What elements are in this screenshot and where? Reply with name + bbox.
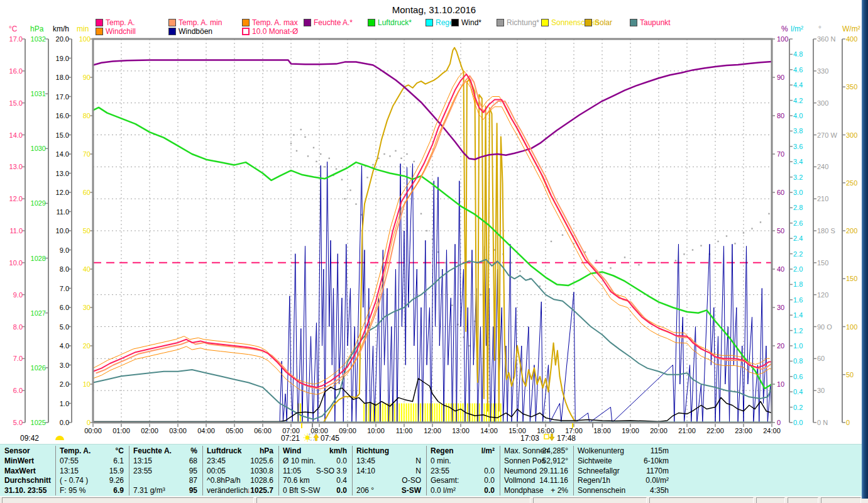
axis-label: 2.4 (793, 235, 803, 242)
table-cell-value: 14.11.16 (539, 475, 568, 485)
axis-label: 16.0 (9, 67, 23, 75)
axis-label: 0.8 (793, 357, 803, 365)
table-cell-value: 95 (189, 466, 197, 476)
axis-label: 5.0 (60, 323, 69, 331)
table-row: Max. Sonnen24,285° (500, 446, 573, 456)
axis-label: l/m² (791, 25, 803, 33)
table-row: 0 Bft S-SW0.0 (278, 485, 352, 495)
table-cell-value: 15.9 (109, 466, 124, 476)
axis-label: 5.0 (13, 419, 23, 426)
table-divider (500, 446, 500, 495)
direction-dot (307, 155, 309, 157)
axis-label: 80 (777, 112, 784, 119)
direction-dot (451, 304, 453, 306)
axis-label: 100 (846, 323, 857, 331)
table-cell-value: N (415, 466, 421, 476)
status-bar-segment (756, 497, 785, 503)
table-cell-value: 87 (189, 475, 197, 485)
axis-label: km/h (53, 25, 69, 33)
axis-label: 14.0 (9, 131, 23, 139)
table-divider (278, 446, 279, 495)
direction-dot (551, 241, 552, 242)
table-group-7: Max. Sonnen24,285°Sonnen Pos-52,912°Neum… (500, 445, 573, 497)
table-cell-value: 0.0 (336, 456, 347, 466)
axis-label: 0.0 (793, 419, 803, 426)
axis-label: 3.2 (793, 174, 803, 181)
table-cell-label: Sonnenschein (578, 485, 625, 495)
direction-dot (692, 249, 693, 250)
axis-label: 2.0 (793, 265, 803, 273)
table-cell-value: km/h (329, 446, 347, 456)
axis-label: 1028 (31, 255, 46, 262)
direction-dot (324, 166, 326, 167)
table-cell-label: MaxWert (4, 466, 36, 476)
axis-label: 200 (846, 227, 857, 235)
direction-dot (562, 235, 563, 236)
direction-dot (468, 345, 470, 346)
sunrise-arrow-icon (314, 434, 319, 441)
axis-label: 19:00 (622, 427, 639, 434)
table-cell-label: Schneefallgr (578, 466, 620, 476)
axis-label: 10.0 (9, 259, 23, 267)
table-cell-value: 9.26 (109, 475, 124, 485)
table-row: 13:1568 (129, 456, 202, 466)
window-edge-strip (862, 0, 868, 499)
weather-app-window: Montag, 31.10.2016 Temp. A.Temp. A. minT… (0, 0, 868, 503)
direction-dot (511, 262, 512, 263)
table-cell-value: 0.0l/m² (646, 475, 669, 485)
axis-label: 4.4 (793, 81, 803, 89)
table-row: Neumond29.11.16 (500, 466, 573, 476)
direction-dot (366, 177, 368, 178)
table-cell-label: 31.10. 23:55 (4, 485, 47, 495)
axis-label: 00:00 (84, 427, 102, 434)
axis-label: 11:00 (396, 427, 413, 434)
table-cell-value: 115m (651, 446, 669, 456)
axis-label: 3.0 (793, 189, 803, 196)
table-cell-label: Richtung (356, 446, 389, 456)
axis-label: 05:00 (226, 427, 243, 434)
sun-ray (304, 434, 305, 435)
table-row: ( - 0.74 )9.26 (55, 475, 129, 485)
axis-label: 240 (817, 163, 828, 170)
axis-label: 10 (777, 380, 784, 388)
axis-label: 1030 (31, 145, 46, 152)
table-cell-value: 1170m (646, 466, 669, 476)
table-divider (55, 446, 56, 495)
axis-label: 13.0 (56, 170, 69, 177)
moonrise-icon (55, 436, 64, 440)
axis-label: °C (9, 25, 18, 33)
table-cell-label: Regen (431, 446, 454, 456)
axis-label: 1032 (31, 35, 46, 43)
direction-dot (539, 285, 541, 287)
table-cell-value: 1028.6 (250, 475, 273, 485)
axis-label: 2.6 (793, 219, 803, 227)
table-cell-label: F: 95 % (60, 485, 85, 495)
table-row: 13:45N (352, 456, 426, 466)
table-cell-value: 6.9 (113, 485, 124, 495)
table-row: Schneefallgr1170m (573, 466, 674, 476)
axis-label: 1.8 (793, 280, 803, 288)
direction-dot (480, 294, 481, 295)
table-row: 23:5595 (129, 466, 202, 476)
sunset-arrow-icon (549, 434, 554, 441)
axis-label: 15.0 (56, 131, 69, 139)
axis-label: 2.0 (60, 380, 69, 388)
axis-label: 1026 (31, 364, 46, 372)
axis-label: 1027 (31, 309, 46, 317)
direction-dot (304, 136, 305, 138)
table-row: 13:1515.9 (55, 466, 129, 476)
table-cell-label: 13:15 (60, 466, 79, 476)
direction-dot (341, 179, 343, 180)
direction-dot (300, 129, 302, 130)
axis-label: 15.0 (9, 99, 23, 107)
axis-label: 0.2 (793, 404, 803, 411)
axis-label: ° (818, 25, 821, 33)
table-cell-label: Durchschnitt (4, 475, 51, 485)
sunset-square-icon (544, 434, 549, 439)
axis-label: 8.0 (60, 265, 69, 273)
direction-dot (344, 198, 345, 199)
table-group-1: Temp. A.°C07:556.113:1515.9( - 0.74 )9.2… (55, 445, 129, 497)
status-bar-segment (256, 497, 530, 503)
direction-dot (389, 155, 390, 157)
table-cell-label: Feuchte A. (133, 446, 172, 456)
